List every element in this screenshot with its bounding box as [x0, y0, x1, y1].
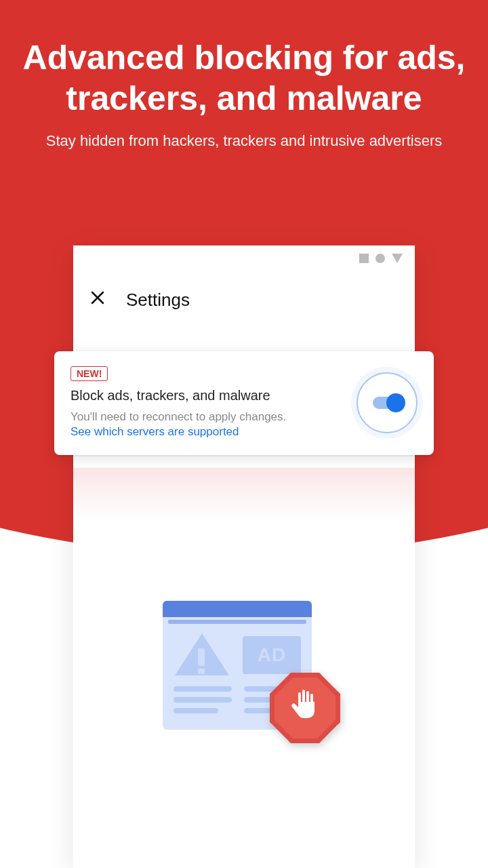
close-icon[interactable] — [89, 289, 106, 311]
warning-exclaim-icon — [198, 648, 205, 666]
card-description: You'll need to reconnect to apply change… — [70, 410, 346, 424]
new-badge: NEW! — [70, 366, 108, 381]
block-toggle[interactable] — [373, 397, 401, 409]
hero-subtitle: Stay hidden from hackers, trackers and i… — [20, 131, 468, 152]
ad-box-icon: AD — [243, 636, 301, 674]
hand-icon — [289, 688, 321, 726]
status-square-icon — [359, 254, 369, 263]
text-line-icon — [174, 686, 232, 692]
status-triangle-icon — [392, 254, 403, 263]
card-glow — [73, 468, 415, 522]
text-line-icon — [174, 697, 232, 703]
card-title: Block ads, trackers, and malware — [70, 388, 346, 403]
toggle-knob — [386, 393, 405, 412]
hero-title: Advanced blocking for ads, trackers, and… — [20, 37, 468, 119]
supported-servers-link[interactable]: See which servers are supported — [70, 425, 346, 439]
toggle-highlight-ring — [357, 372, 418, 433]
hero-section: Advanced blocking for ads, trackers, and… — [0, 0, 488, 152]
status-circle-icon — [375, 254, 385, 263]
feature-card: NEW! Block ads, trackers, and malware Yo… — [54, 351, 434, 455]
status-bar — [359, 254, 403, 263]
browser-titlebar-icon — [163, 601, 312, 617]
text-line-icon — [174, 708, 218, 713]
page-title: Settings — [126, 290, 190, 311]
stop-sign-icon — [270, 673, 340, 743]
adblock-illustration: AD — [156, 601, 332, 750]
phone-header: Settings — [73, 276, 415, 323]
phone-mockup: Settings — [73, 245, 415, 868]
card-content: NEW! Block ads, trackers, and malware Yo… — [70, 366, 346, 439]
